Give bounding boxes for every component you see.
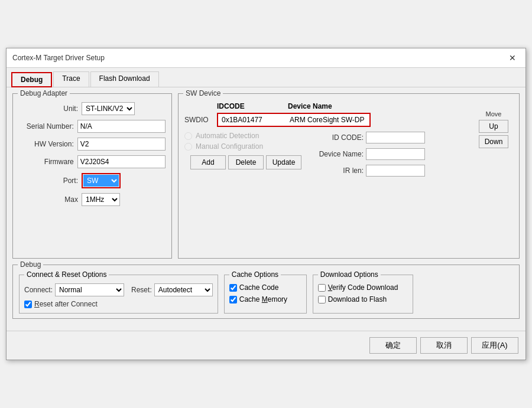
connect-label: Connect: xyxy=(24,286,53,294)
auto-detect-radio[interactable] xyxy=(184,132,192,140)
sw-and-btns: IDCODE Device Name SWDIO 0x1BA01477 ARM … xyxy=(184,102,513,179)
verify-code-checkbox[interactable] xyxy=(318,284,326,292)
debug-adapter-title: Debug Adapter xyxy=(18,89,70,97)
add-button[interactable]: Add xyxy=(190,155,226,169)
sw-main: IDCODE Device Name SWDIO 0x1BA01477 ARM … xyxy=(184,102,513,179)
port-row: Port: SW JTAG xyxy=(19,173,166,188)
sw-device-row: SWDIO 0x1BA01477 ARM CoreSight SW-DP xyxy=(184,113,513,127)
ir-len-label: IR len: xyxy=(307,167,364,175)
swdio-label: SWDIO xyxy=(184,116,217,124)
max-row: Max 1MHz 2MHz 5MHz 10MHz xyxy=(19,193,166,206)
cache-options-title: Cache Options xyxy=(229,270,281,279)
cancel-button[interactable]: 取消 xyxy=(420,337,468,354)
cache-options-box: Cache Options Cache Code Cache Memory xyxy=(224,275,307,314)
manual-config-row: Manual Configuration xyxy=(184,142,301,151)
verify-code-row: Verify Code Download xyxy=(318,283,408,292)
firmware-row: Firmware xyxy=(19,155,166,168)
cache-code-row: Cache Code xyxy=(229,283,301,292)
radio-col: Automatic Detection Manual Configuration… xyxy=(184,132,301,179)
manual-config-radio[interactable] xyxy=(184,143,192,151)
download-options-box: Download Options Verify Code Download Do… xyxy=(313,275,413,314)
device-name-row: Device Name: xyxy=(307,148,513,160)
sw-device-inner: IDCODE Device Name SWDIO 0x1BA01477 ARM … xyxy=(184,99,513,179)
cache-memory-label: Cache Memory xyxy=(239,295,287,303)
reset-after-connect-row: Reset after Connect xyxy=(24,300,213,308)
tab-bar: Debug Trace Flash Download xyxy=(7,68,525,87)
download-to-flash-label: Download to Flash xyxy=(328,295,387,303)
device-name-input[interactable] xyxy=(366,148,425,160)
auto-detect-row: Automatic Detection xyxy=(184,132,301,140)
tab-flash-download[interactable]: Flash Download xyxy=(90,71,159,87)
port-label: Port: xyxy=(19,177,78,185)
serial-input[interactable] xyxy=(77,120,166,133)
hw-input[interactable] xyxy=(77,138,166,151)
ok-button[interactable]: 确定 xyxy=(369,337,417,354)
debug-group-title: Debug xyxy=(18,260,43,269)
reset-after-connect-label: Reset after Connect xyxy=(34,300,98,308)
firmware-label: Firmware xyxy=(19,158,74,166)
cache-memory-row: Cache Memory xyxy=(229,295,301,303)
bottom-bar: 确定 取消 应用(A) xyxy=(7,331,525,360)
update-button[interactable]: Update xyxy=(266,155,301,169)
move-label: Move xyxy=(479,110,508,117)
id-code-label: ID CODE: xyxy=(307,133,364,142)
col-devname-label: Device Name xyxy=(288,102,332,110)
col-idcode-label: IDCODE xyxy=(217,102,288,110)
device-name-label: Device Name: xyxy=(307,150,364,158)
radio-and-id: Automatic Detection Manual Configuration… xyxy=(184,132,513,179)
firmware-input[interactable] xyxy=(77,155,166,168)
auto-detect-label: Automatic Detection xyxy=(196,132,259,140)
down-button[interactable]: Down xyxy=(479,135,508,148)
connect-reset-row: Connect: Normal with Pre-reset under Res… xyxy=(24,283,213,296)
sw-device-title: SW Device xyxy=(183,89,223,97)
window-title: Cortex-M Target Driver Setup xyxy=(12,54,105,62)
ir-len-row: IR len: xyxy=(307,165,513,177)
port-select-wrapper: SW JTAG xyxy=(82,173,121,188)
hw-row: HW Version: xyxy=(19,138,166,151)
reset-label: Reset: xyxy=(131,286,152,294)
verify-code-label: Verify Code Download xyxy=(328,283,398,292)
cache-code-checkbox[interactable] xyxy=(229,284,237,292)
sw-devname-value: ARM CoreSight SW-DP xyxy=(290,116,364,124)
title-bar: Cortex-M Target Driver Setup ✕ xyxy=(7,48,525,68)
sw-data-row[interactable]: 0x1BA01477 ARM CoreSight SW-DP xyxy=(217,113,371,127)
sw-device-header: IDCODE Device Name xyxy=(217,102,513,110)
panels-row: Debug Adapter Unit: ST-LINK/V2 Serial Nu… xyxy=(12,93,520,259)
download-to-flash-checkbox[interactable] xyxy=(318,296,326,303)
up-button[interactable]: Up xyxy=(479,120,508,133)
reset-after-connect-checkbox[interactable] xyxy=(24,301,32,308)
unit-select[interactable]: ST-LINK/V2 xyxy=(82,102,135,115)
download-options-title: Download Options xyxy=(318,270,381,279)
max-select[interactable]: 1MHz 2MHz 5MHz 10MHz xyxy=(82,193,120,206)
debug-adapter-group: Debug Adapter Unit: ST-LINK/V2 Serial Nu… xyxy=(12,93,172,259)
max-label: Max xyxy=(19,195,78,204)
id-code-input[interactable] xyxy=(366,132,425,143)
serial-label: Serial Number: xyxy=(19,122,74,130)
unit-row: Unit: ST-LINK/V2 xyxy=(19,102,166,115)
port-select[interactable]: SW JTAG xyxy=(83,175,119,187)
tab-debug[interactable]: Debug xyxy=(11,72,52,87)
content-area: Debug Adapter Unit: ST-LINK/V2 Serial Nu… xyxy=(7,87,525,331)
sw-device-group: SW Device IDCODE Device Name SWDIO xyxy=(178,93,520,259)
serial-row: Serial Number: xyxy=(19,120,166,133)
cache-code-label: Cache Code xyxy=(239,283,279,292)
close-button[interactable]: ✕ xyxy=(505,52,520,64)
sw-idcode-value: 0x1BA01477 xyxy=(222,116,290,124)
ir-len-input[interactable] xyxy=(366,165,425,177)
connect-select[interactable]: Normal with Pre-reset under Reset Connec… xyxy=(55,283,124,296)
manual-config-label: Manual Configuration xyxy=(196,142,263,151)
tab-trace[interactable]: Trace xyxy=(53,71,89,87)
debug-group: Debug Connect & Reset Options Connect: N… xyxy=(12,265,520,319)
cache-memory-checkbox[interactable] xyxy=(229,296,237,303)
delete-button[interactable]: Delete xyxy=(228,155,264,169)
debug-inner: Connect & Reset Options Connect: Normal … xyxy=(19,270,513,314)
connect-reset-title: Connect & Reset Options xyxy=(24,270,109,279)
reset-select[interactable]: Autodetect Software Hardware VECTRESET xyxy=(154,283,213,296)
download-to-flash-row: Download to Flash xyxy=(318,295,408,303)
move-buttons: Move Up Down xyxy=(479,110,508,148)
action-btns: Add Delete Update xyxy=(190,155,301,169)
unit-label: Unit: xyxy=(19,105,78,113)
connect-reset-box: Connect & Reset Options Connect: Normal … xyxy=(19,275,218,314)
apply-button[interactable]: 应用(A) xyxy=(471,337,518,354)
main-window: Cortex-M Target Driver Setup ✕ Debug Tra… xyxy=(6,48,526,360)
